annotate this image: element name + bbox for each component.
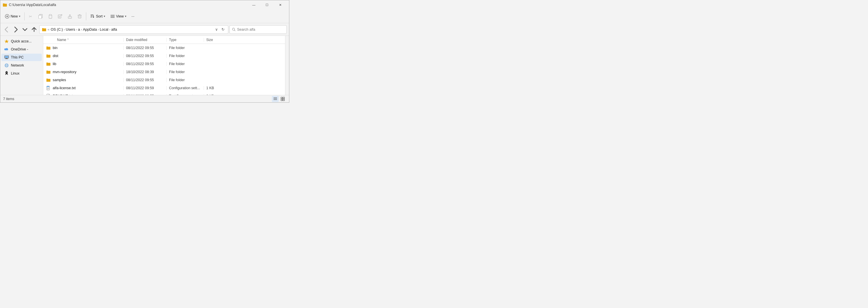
sort-label: Sort	[96, 15, 102, 18]
list-view-button[interactable]	[272, 96, 279, 102]
cut-icon: ✂	[29, 14, 33, 19]
title-bar-controls: — ☐ ✕	[247, 0, 287, 9]
maximize-button[interactable]: ☐	[260, 0, 274, 9]
sort-button[interactable]: Sort ▾	[88, 11, 107, 22]
file-type: File folder	[166, 78, 204, 82]
file-date: 08/11/2022 09:59	[123, 86, 166, 90]
breadcrumb-appdata[interactable]: AppData	[83, 28, 97, 32]
file-type: Configuration sett...	[166, 86, 204, 90]
svg-rect-50	[46, 79, 48, 79]
table-row[interactable]: lib 08/11/2022 09:55 File folder	[43, 60, 285, 68]
file-type: File folder	[166, 70, 204, 74]
col-size-header: Size	[204, 38, 285, 42]
svg-rect-48	[46, 71, 48, 72]
sort-asc-icon: ^	[67, 38, 69, 41]
linux-label: Linux	[11, 72, 20, 76]
col-name-header[interactable]: Name ^	[43, 38, 123, 42]
svg-rect-42	[46, 47, 48, 47]
status-bar: 7 items	[0, 95, 289, 102]
close-button[interactable]: ✕	[274, 0, 287, 9]
svg-rect-63	[281, 97, 282, 99]
star-icon	[4, 39, 9, 44]
search-input[interactable]	[237, 28, 284, 32]
main-content: Quick acce... OneDrive - This PC	[0, 36, 289, 95]
svg-rect-66	[283, 99, 284, 101]
share-button[interactable]	[65, 11, 74, 22]
paste-button[interactable]	[46, 11, 55, 22]
more-button[interactable]: ···	[129, 11, 137, 22]
delete-button[interactable]	[75, 11, 84, 22]
sidebar: Quick acce... OneDrive - This PC	[0, 36, 43, 95]
file-list-container: Name ^ Date modified Type Size bin 08/11…	[43, 36, 285, 95]
file-date: 08/11/2022 09:55	[123, 54, 166, 58]
forward-icon	[12, 26, 20, 33]
svg-rect-44	[46, 55, 48, 55]
toolbar-separator-1	[24, 12, 25, 20]
recent-locations-button[interactable]	[21, 26, 29, 33]
new-icon	[5, 14, 9, 19]
sidebar-item-quick-access[interactable]: Quick acce...	[1, 37, 42, 45]
table-row[interactable]: mvn-repository 18/10/2022 08:39 File fol…	[43, 68, 285, 76]
breadcrumb: « OS (C:) › Users › a › AppData › Local …	[48, 28, 213, 32]
sidebar-item-onedrive[interactable]: OneDrive -	[1, 46, 42, 53]
file-name: dist	[43, 54, 123, 58]
breadcrumb-a[interactable]: a	[78, 28, 80, 32]
view-toggle-buttons	[272, 96, 286, 102]
onedrive-label: OneDrive -	[11, 47, 28, 51]
file-date: 08/11/2022 09:55	[123, 46, 166, 50]
rename-icon	[58, 14, 62, 19]
folder-icon	[46, 54, 51, 58]
sidebar-item-linux[interactable]: Linux	[1, 70, 42, 77]
svg-rect-7	[39, 15, 41, 19]
sort-icon	[90, 14, 95, 19]
file-list-body: bin 08/11/2022 09:55 File folder dist 08…	[43, 44, 285, 95]
grid-view-button[interactable]	[279, 96, 286, 102]
linux-icon	[4, 71, 9, 76]
copy-button[interactable]	[36, 11, 45, 22]
svg-text:✂: ✂	[29, 15, 32, 19]
file-type: File folder	[166, 46, 204, 50]
svg-point-39	[6, 72, 6, 72]
breadcrumb-double-arrow: «	[48, 28, 50, 32]
rename-button[interactable]	[56, 11, 65, 22]
back-icon	[3, 26, 10, 33]
svg-line-27	[234, 30, 235, 31]
new-button[interactable]: New ▾	[3, 11, 23, 22]
up-button[interactable]	[30, 26, 38, 33]
item-count: 7 items	[3, 97, 14, 101]
address-chevron-icon[interactable]: ∨	[214, 27, 219, 32]
table-row[interactable]: samples 08/11/2022 09:55 File folder	[43, 76, 285, 84]
svg-point-40	[7, 72, 7, 72]
share-icon	[68, 14, 72, 19]
file-name: bin	[43, 46, 123, 50]
breadcrumb-local[interactable]: Local	[100, 28, 108, 32]
list-view-icon	[273, 97, 277, 101]
minimize-button[interactable]: —	[247, 0, 260, 9]
table-row[interactable]: alfa-license.txt 08/11/2022 09:59 Config…	[43, 84, 285, 92]
search-icon	[232, 28, 236, 32]
breadcrumb-alfa[interactable]: alfa	[111, 28, 117, 32]
address-bar[interactable]: « OS (C:) › Users › a › AppData › Local …	[39, 25, 228, 34]
svg-rect-65	[281, 99, 282, 101]
sidebar-item-network[interactable]: Network	[1, 62, 42, 69]
up-icon	[30, 26, 38, 33]
file-date: 08/11/2022 09:55	[123, 62, 166, 66]
view-button[interactable]: View ▾	[108, 11, 129, 22]
breadcrumb-os[interactable]: OS (C:)	[51, 28, 63, 32]
view-label: View	[116, 15, 124, 18]
table-row[interactable]: README.txt 08/11/2022 09:55 Text Documen…	[43, 92, 285, 95]
back-button[interactable]	[3, 26, 10, 33]
table-row[interactable]: bin 08/11/2022 09:55 File folder	[43, 44, 285, 52]
network-label: Network	[11, 63, 24, 67]
address-refresh-icon[interactable]: ↻	[220, 27, 226, 32]
grid-view-icon	[281, 97, 285, 101]
svg-point-26	[232, 28, 235, 30]
scrollbar[interactable]	[285, 36, 289, 95]
sidebar-item-this-pc[interactable]: This PC	[1, 54, 42, 61]
svg-rect-64	[283, 97, 284, 99]
breadcrumb-users[interactable]: Users	[66, 28, 75, 32]
search-box[interactable]	[229, 25, 287, 34]
table-row[interactable]: dist 08/11/2022 09:55 File folder	[43, 52, 285, 60]
cut-button[interactable]: ✂	[26, 11, 35, 22]
forward-button[interactable]	[12, 26, 20, 33]
